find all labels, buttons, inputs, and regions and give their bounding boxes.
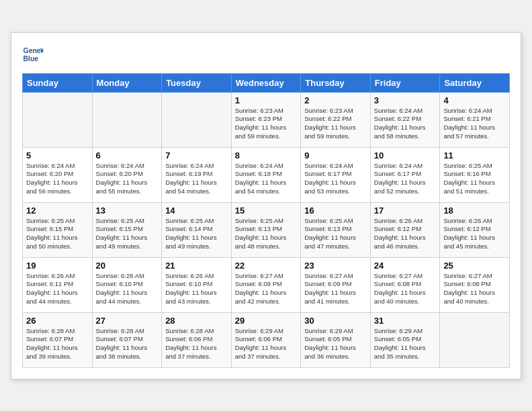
day-number: 20 (96, 261, 159, 271)
day-info: Sunrise: 6:27 AM Sunset: 6:08 PM Dayligh… (374, 272, 437, 306)
day-number: 2 (304, 95, 367, 105)
day-info: Sunrise: 6:25 AM Sunset: 6:16 PM Dayligh… (443, 162, 506, 196)
day-number: 21 (165, 261, 228, 271)
day-info: Sunrise: 6:29 AM Sunset: 6:05 PM Dayligh… (304, 327, 367, 361)
calendar-cell (162, 92, 232, 147)
day-number: 27 (96, 316, 159, 326)
day-info: Sunrise: 6:25 AM Sunset: 6:15 PM Dayligh… (96, 217, 159, 251)
day-info: Sunrise: 6:24 AM Sunset: 6:21 PM Dayligh… (443, 107, 506, 141)
calendar-cell: 9Sunrise: 6:24 AM Sunset: 6:17 PM Daylig… (301, 147, 371, 202)
day-info: Sunrise: 6:26 AM Sunset: 6:11 PM Dayligh… (26, 272, 89, 306)
day-number: 15 (235, 205, 298, 216)
day-number: 8 (235, 150, 298, 161)
day-info: Sunrise: 6:28 AM Sunset: 6:07 PM Dayligh… (26, 327, 89, 361)
weekday-header-monday: Monday (92, 73, 162, 92)
day-info: Sunrise: 6:27 AM Sunset: 6:08 PM Dayligh… (443, 272, 506, 306)
day-number: 11 (443, 150, 506, 161)
day-number: 28 (165, 316, 228, 326)
calendar-cell: 11Sunrise: 6:25 AM Sunset: 6:16 PM Dayli… (440, 147, 510, 202)
day-info: Sunrise: 6:28 AM Sunset: 6:07 PM Dayligh… (96, 327, 159, 361)
day-info: Sunrise: 6:29 AM Sunset: 6:06 PM Dayligh… (235, 327, 298, 361)
calendar-cell: 2Sunrise: 6:23 AM Sunset: 6:22 PM Daylig… (301, 92, 371, 147)
day-info: Sunrise: 6:24 AM Sunset: 6:17 PM Dayligh… (304, 162, 367, 196)
calendar-table: SundayMondayTuesdayWednesdayThursdayFrid… (22, 73, 510, 368)
day-info: Sunrise: 6:28 AM Sunset: 6:06 PM Dayligh… (165, 327, 228, 361)
day-number: 14 (165, 205, 228, 216)
day-info: Sunrise: 6:26 AM Sunset: 6:10 PM Dayligh… (165, 272, 228, 306)
day-number: 4 (443, 95, 506, 105)
calendar-cell: 28Sunrise: 6:28 AM Sunset: 6:06 PM Dayli… (162, 312, 232, 367)
calendar-cell: 21Sunrise: 6:26 AM Sunset: 6:10 PM Dayli… (162, 257, 232, 312)
day-info: Sunrise: 6:24 AM Sunset: 6:22 PM Dayligh… (374, 107, 437, 141)
day-number: 13 (96, 205, 159, 216)
day-info: Sunrise: 6:24 AM Sunset: 6:19 PM Dayligh… (165, 162, 228, 196)
calendar-cell: 29Sunrise: 6:29 AM Sunset: 6:06 PM Dayli… (231, 312, 301, 367)
day-info: Sunrise: 6:25 AM Sunset: 6:13 PM Dayligh… (235, 217, 298, 251)
day-info: Sunrise: 6:25 AM Sunset: 6:15 PM Dayligh… (26, 217, 89, 251)
calendar-cell: 19Sunrise: 6:26 AM Sunset: 6:11 PM Dayli… (23, 257, 93, 312)
calendar-cell: 12Sunrise: 6:25 AM Sunset: 6:15 PM Dayli… (23, 202, 93, 257)
weekday-header-thursday: Thursday (301, 73, 371, 92)
calendar-cell: 27Sunrise: 6:28 AM Sunset: 6:07 PM Dayli… (92, 312, 162, 367)
day-info: Sunrise: 6:27 AM Sunset: 6:09 PM Dayligh… (235, 272, 298, 306)
day-number: 17 (374, 205, 437, 216)
day-number: 24 (374, 261, 437, 271)
calendar-cell (440, 312, 510, 367)
weekday-header-wednesday: Wednesday (231, 73, 301, 92)
day-info: Sunrise: 6:29 AM Sunset: 6:05 PM Dayligh… (374, 327, 437, 361)
day-number: 25 (443, 261, 506, 271)
calendar-cell: 1Sunrise: 6:23 AM Sunset: 6:23 PM Daylig… (231, 92, 301, 147)
day-number: 23 (304, 261, 367, 271)
day-number: 9 (304, 150, 367, 161)
day-number: 7 (165, 150, 228, 161)
svg-text:Blue: Blue (24, 54, 39, 62)
calendar-cell: 25Sunrise: 6:27 AM Sunset: 6:08 PM Dayli… (440, 257, 510, 312)
calendar-cell: 6Sunrise: 6:24 AM Sunset: 6:20 PM Daylig… (92, 147, 162, 202)
day-info: Sunrise: 6:23 AM Sunset: 6:23 PM Dayligh… (235, 107, 298, 141)
header: General Blue (22, 44, 510, 65)
weekday-header-tuesday: Tuesday (162, 73, 232, 92)
calendar-cell: 14Sunrise: 6:25 AM Sunset: 6:14 PM Dayli… (162, 202, 232, 257)
logo: General Blue (22, 44, 44, 65)
calendar-cell: 18Sunrise: 6:26 AM Sunset: 6:12 PM Dayli… (440, 202, 510, 257)
day-info: Sunrise: 6:25 AM Sunset: 6:13 PM Dayligh… (304, 217, 367, 251)
calendar-container: General Blue SundayMondayTuesdayWednesda… (11, 32, 521, 379)
day-info: Sunrise: 6:24 AM Sunset: 6:20 PM Dayligh… (96, 162, 159, 196)
day-number: 12 (26, 205, 89, 216)
day-number: 22 (235, 261, 298, 271)
day-number: 19 (26, 261, 89, 271)
calendar-cell: 7Sunrise: 6:24 AM Sunset: 6:19 PM Daylig… (162, 147, 232, 202)
logo-icon: General Blue (22, 44, 44, 65)
calendar-cell: 4Sunrise: 6:24 AM Sunset: 6:21 PM Daylig… (440, 92, 510, 147)
calendar-cell: 22Sunrise: 6:27 AM Sunset: 6:09 PM Dayli… (231, 257, 301, 312)
calendar-cell: 3Sunrise: 6:24 AM Sunset: 6:22 PM Daylig… (370, 92, 440, 147)
day-info: Sunrise: 6:26 AM Sunset: 6:12 PM Dayligh… (443, 217, 506, 251)
calendar-cell: 5Sunrise: 6:24 AM Sunset: 6:20 PM Daylig… (23, 147, 93, 202)
calendar-cell: 10Sunrise: 6:24 AM Sunset: 6:17 PM Dayli… (370, 147, 440, 202)
calendar-cell: 20Sunrise: 6:26 AM Sunset: 6:10 PM Dayli… (92, 257, 162, 312)
day-number: 6 (96, 150, 159, 161)
calendar-cell: 24Sunrise: 6:27 AM Sunset: 6:08 PM Dayli… (370, 257, 440, 312)
calendar-cell: 31Sunrise: 6:29 AM Sunset: 6:05 PM Dayli… (370, 312, 440, 367)
day-number: 5 (26, 150, 89, 161)
calendar-cell: 17Sunrise: 6:26 AM Sunset: 6:12 PM Dayli… (370, 202, 440, 257)
day-number: 29 (235, 316, 298, 326)
calendar-cell: 26Sunrise: 6:28 AM Sunset: 6:07 PM Dayli… (23, 312, 93, 367)
day-number: 31 (374, 316, 437, 326)
day-info: Sunrise: 6:26 AM Sunset: 6:12 PM Dayligh… (374, 217, 437, 251)
weekday-header-friday: Friday (370, 73, 440, 92)
day-info: Sunrise: 6:24 AM Sunset: 6:20 PM Dayligh… (26, 162, 89, 196)
calendar-cell: 30Sunrise: 6:29 AM Sunset: 6:05 PM Dayli… (301, 312, 371, 367)
day-info: Sunrise: 6:24 AM Sunset: 6:17 PM Dayligh… (374, 162, 437, 196)
day-info: Sunrise: 6:26 AM Sunset: 6:10 PM Dayligh… (96, 272, 159, 306)
calendar-cell (23, 92, 93, 147)
day-number: 26 (26, 316, 89, 326)
day-info: Sunrise: 6:27 AM Sunset: 6:09 PM Dayligh… (304, 272, 367, 306)
calendar-cell (92, 92, 162, 147)
weekday-header-sunday: Sunday (23, 73, 93, 92)
day-number: 3 (374, 95, 437, 105)
weekday-header-saturday: Saturday (440, 73, 510, 92)
day-number: 10 (374, 150, 437, 161)
day-number: 1 (235, 95, 298, 105)
day-number: 30 (304, 316, 367, 326)
